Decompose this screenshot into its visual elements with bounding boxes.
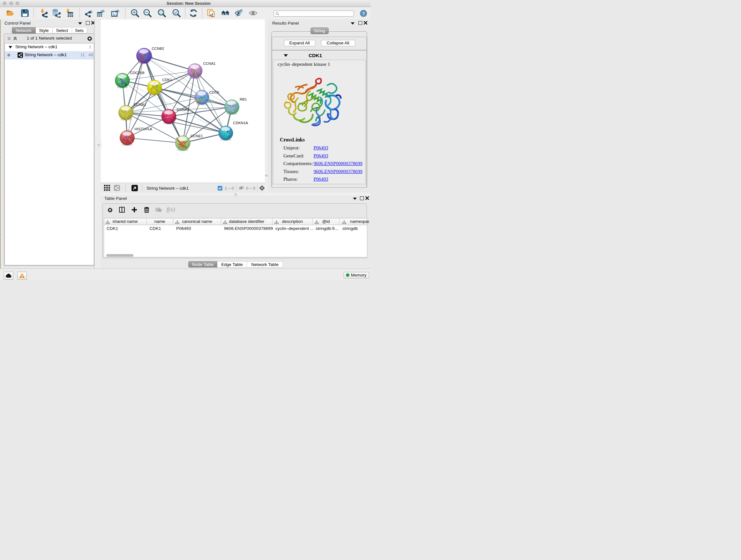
- svg-text:CDC25B: CDC25B: [130, 71, 145, 75]
- svg-text:?: ?: [362, 11, 365, 16]
- svg-text:CCNA1: CCNA1: [203, 62, 216, 65]
- svg-text:CDKN1A: CDKN1A: [233, 121, 248, 125]
- svg-text:CCNB2: CCNB2: [152, 47, 164, 51]
- svg-text:CDC6: CDC6: [209, 90, 219, 94]
- svg-text:CCNB1: CCNB1: [134, 103, 146, 107]
- svg-text:CDK1: CDK1: [162, 78, 172, 82]
- svg-text:CCNA2: CCNA2: [177, 108, 189, 111]
- svg-text:CCNE1: CCNE1: [191, 134, 203, 138]
- svg-text:RB1: RB1: [240, 98, 247, 101]
- svg-text:HIST1H1A: HIST1H1A: [135, 127, 152, 131]
